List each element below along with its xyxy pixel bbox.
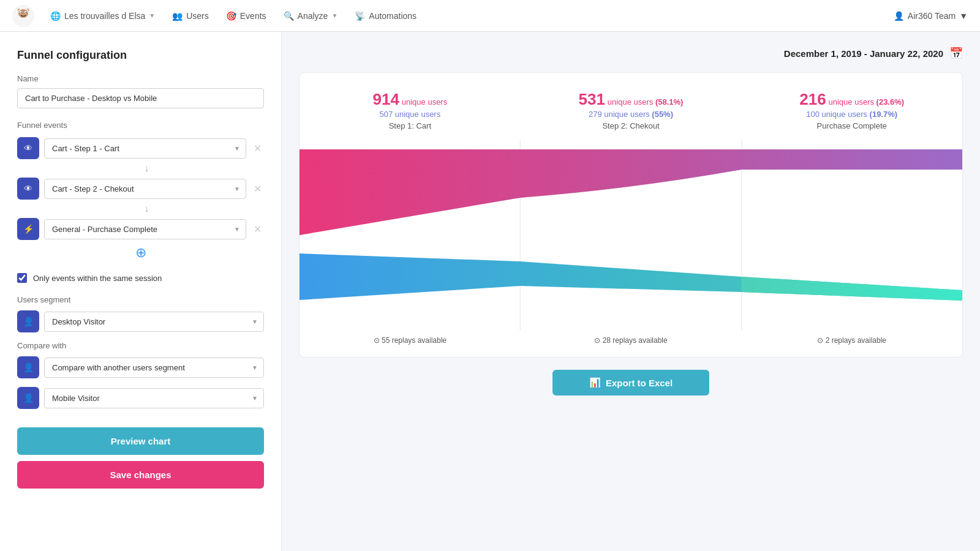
add-step-button[interactable]: ⊕	[17, 245, 264, 261]
eye-icon: 👁	[24, 143, 32, 153]
nav-users[interactable]: 👥 Users	[171, 9, 210, 23]
user-icon: 👤	[894, 11, 904, 21]
session-checkbox-row: Only events within the same session	[17, 273, 264, 283]
compare-row-2: 👤 Mobile Visitor ▼	[17, 387, 264, 409]
event-icon-btn-2[interactable]: 👁	[17, 178, 39, 200]
svg-point-4	[21, 12, 22, 13]
step-1-main-count: 914	[372, 90, 399, 108]
main-content: December 1, 2019 - January 22, 2020 📅 91…	[282, 32, 980, 551]
save-changes-button[interactable]: Save changes	[17, 461, 264, 489]
sidebar: Funnel configuration Name Funnel events …	[0, 32, 282, 551]
compare-select-wrap-2: Mobile Visitor ▼	[44, 388, 264, 408]
excel-icon: 📊	[589, 377, 601, 388]
remove-event-3[interactable]: ✕	[251, 221, 264, 238]
step-3-pct: (23.6%)	[876, 97, 905, 107]
date-bar: December 1, 2019 - January 22, 2020 📅	[299, 47, 963, 60]
funnel-name-input[interactable]	[17, 88, 264, 108]
svg-point-5	[26, 12, 27, 13]
compare-label: Compare with	[17, 341, 264, 350]
chevron-down-icon: ▼	[959, 11, 968, 21]
segment-row: 👤 Desktop Visitor ▼	[17, 310, 264, 332]
event-select-1[interactable]: Cart - Step 1 - Cart	[44, 138, 246, 159]
export-wrap: 📊 Export to Excel	[299, 370, 963, 395]
export-excel-button[interactable]: 📊 Export to Excel	[552, 370, 709, 395]
compare-select-1[interactable]: Compare with another users segment	[44, 358, 264, 378]
events-icon: 🎯	[226, 11, 236, 21]
event-icon-btn-1[interactable]: 👁	[17, 137, 39, 159]
funnel-step-3: 216 unique users (23.6%) 100 unique user…	[741, 90, 962, 140]
step-3-main-count: 216	[799, 90, 826, 108]
automations-icon: 📡	[355, 11, 365, 21]
chevron-down-icon: ▼	[149, 12, 155, 19]
flash-icon: ⚡	[23, 224, 34, 234]
preview-chart-button[interactable]: Preview chart	[17, 427, 264, 455]
step-2-stats: 531 unique users (58.1%) 279 unique user…	[579, 90, 684, 130]
segment-icon-btn[interactable]: 👤	[17, 310, 39, 332]
step-1-main-suffix: unique users	[402, 97, 447, 107]
navbar: 🌐 Les trouvailles d Elsa ▼ 👥 Users 🎯 Eve…	[0, 0, 980, 32]
user-icon: 👤	[23, 362, 34, 372]
nav-site[interactable]: 🌐 Les trouvailles d Elsa ▼	[49, 9, 156, 23]
eye-icon: 👁	[24, 184, 32, 193]
chevron-down-icon: ▼	[331, 12, 337, 19]
replay-2[interactable]: ⊙ 28 replays available	[521, 336, 742, 345]
step-1-name: Step 1: Cart	[372, 121, 447, 130]
calendar-icon[interactable]: 📅	[949, 47, 963, 60]
team-menu[interactable]: 👤 Air360 Team ▼	[894, 11, 968, 21]
name-label: Name	[17, 74, 264, 83]
replay-3[interactable]: ⊙ 2 replays available	[741, 336, 962, 345]
funnel-events-label: Funnel events	[17, 121, 264, 130]
step-1-stats: 914 unique users 507 unique users Step 1…	[372, 90, 447, 130]
replay-1[interactable]: ⊙ 55 replays available	[300, 336, 521, 345]
logo	[12, 5, 34, 27]
step-1-secondary-count: 507 unique users	[379, 110, 440, 119]
remove-event-2[interactable]: ✕	[251, 181, 264, 197]
compare-icon-btn-2[interactable]: 👤	[17, 387, 39, 409]
user-icon: 👤	[23, 317, 34, 326]
analyze-icon: 🔍	[284, 11, 294, 21]
funnel-svg	[300, 140, 962, 330]
step-2-pct: (58.1%)	[655, 97, 684, 107]
compare-select-wrap-1: Compare with another users segment ▼	[44, 358, 264, 378]
event-row-1: 👁 Cart - Step 1 - Cart ▼ ✕	[17, 137, 264, 159]
replay-icon: ⊙	[817, 336, 823, 345]
page-title: Funnel configuration	[17, 49, 264, 62]
compare-row-1: 👤 Compare with another users segment ▼	[17, 356, 264, 378]
segment-select-wrap: Desktop Visitor ▼	[44, 312, 264, 332]
replay-icon: ⊙	[594, 336, 600, 345]
event-select-2[interactable]: Cart - Step 2 - Chekout	[44, 179, 246, 199]
step-2-main-count: 531	[579, 90, 605, 108]
date-range: December 1, 2019 - January 22, 2020	[784, 48, 943, 59]
remove-event-1[interactable]: ✕	[251, 140, 264, 157]
funnel-step-1: 914 unique users 507 unique users Step 1…	[300, 90, 521, 140]
step-arrow-1: ↓	[17, 163, 264, 174]
nav-analyze[interactable]: 🔍 Analyze ▼	[282, 9, 339, 23]
nav-automations[interactable]: 📡 Automations	[353, 9, 418, 23]
segment-select[interactable]: Desktop Visitor	[44, 312, 264, 332]
event-row-2: 👁 Cart - Step 2 - Chekout ▼ ✕	[17, 178, 264, 200]
event-select-wrap-2: Cart - Step 2 - Chekout ▼	[44, 179, 246, 199]
step-3-secondary: 100 unique users	[806, 110, 869, 119]
step-2-name: Step 2: Chekout	[579, 121, 684, 130]
nav-events[interactable]: 🎯 Events	[225, 9, 268, 23]
step-2-secondary: 279 unique users	[589, 110, 652, 119]
event-select-wrap-3: General - Purchase Complete ▼	[44, 219, 246, 239]
event-row-3: ⚡ General - Purchase Complete ▼ ✕	[17, 218, 264, 240]
session-checkbox[interactable]	[17, 273, 27, 283]
replay-icon: ⊙	[374, 336, 380, 345]
session-checkbox-label[interactable]: Only events within the same session	[33, 274, 162, 283]
event-icon-btn-3[interactable]: ⚡	[17, 218, 39, 240]
user-icon: 👤	[23, 393, 34, 403]
users-segment-label: Users segment	[17, 295, 264, 304]
globe-icon: 🌐	[50, 11, 61, 21]
compare-select-2[interactable]: Mobile Visitor	[44, 388, 264, 408]
step-arrow-2: ↓	[17, 203, 264, 214]
funnel-step-2: 531 unique users (58.1%) 279 unique user…	[521, 90, 742, 140]
funnel-chart: 914 unique users 507 unique users Step 1…	[299, 72, 963, 358]
step-3-name: Purchase Complete	[799, 121, 904, 130]
event-select-wrap-1: Cart - Step 1 - Cart ▼	[44, 138, 246, 159]
compare-icon-btn-1[interactable]: 👤	[17, 356, 39, 378]
step-3-stats: 216 unique users (23.6%) 100 unique user…	[799, 90, 904, 130]
event-select-3[interactable]: General - Purchase Complete	[44, 219, 246, 239]
users-icon: 👥	[172, 11, 183, 21]
